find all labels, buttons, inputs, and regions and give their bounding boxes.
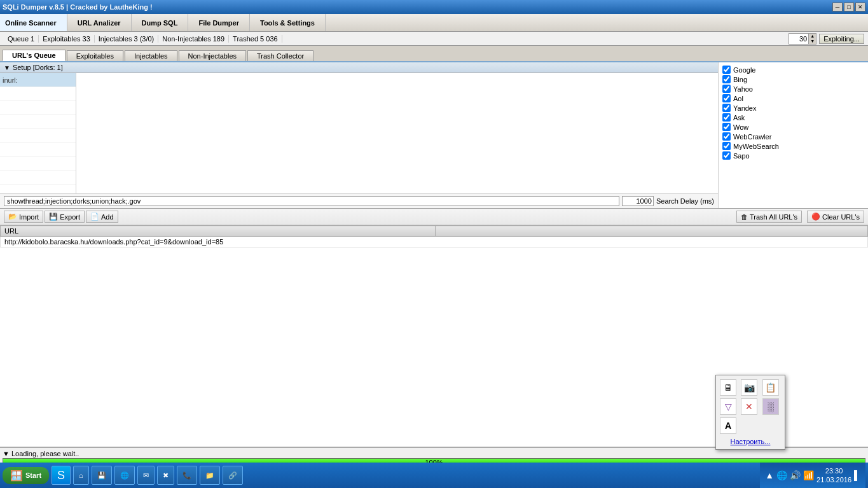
phone-icon: 📞: [183, 471, 191, 480]
tray-icon-a[interactable]: A: [720, 417, 736, 434]
non-injectables-count: Non-Injectables 189: [158, 35, 229, 43]
toolbar-row: 📂 Import 💾 Export 📄 Add 🗑 Trash All URL'…: [0, 209, 868, 225]
import-button[interactable]: 📂 Import: [4, 211, 43, 223]
dork-row[interactable]: [0, 115, 76, 129]
tray-show-desktop-icon[interactable]: ▌: [854, 470, 860, 480]
system-tray: ▲ 🌐 🔊 📶 23:30 21.03.2016 ▌: [760, 463, 865, 488]
engine-checkbox-mywebsearch[interactable]: [722, 142, 731, 150]
exploiting-button[interactable]: Exploiting...: [819, 34, 864, 44]
engine-checkbox-aol[interactable]: [722, 94, 731, 102]
left-panel: ▼ Setup [Dorks: 1] inurl:: [0, 62, 719, 208]
tray-clock[interactable]: 23:30 21.03.2016: [816, 466, 851, 485]
tray-icon-edit[interactable]: ░: [762, 398, 779, 415]
add-icon: 📄: [90, 213, 99, 221]
taskbar-app-x[interactable]: ✖: [157, 466, 174, 485]
tray-hide-icon[interactable]: ▲: [765, 470, 774, 480]
trash-clear-row: 🗑 Trash All URL's 🔴 Clear URL's: [736, 211, 864, 223]
taskbar-app-folder[interactable]: 📁: [200, 466, 220, 485]
taskbar: 🪟 Start S ⌂ 💾 🌐 ✉ ✖ 📞 📁 🔗 ▲ 🌐 🔊 📶 23:30 …: [0, 463, 868, 488]
tab-injectables[interactable]: Injectables: [125, 50, 177, 61]
url-column-header: URL: [1, 226, 436, 237]
tray-lang-icon[interactable]: 🌐: [776, 470, 787, 480]
injectables-count: Injectables 3 (3/0): [95, 35, 158, 43]
minimize-button[interactable]: ─: [832, 3, 843, 11]
maximize-button[interactable]: □: [844, 3, 854, 11]
table-row[interactable]: http://kidobolo.baracska.hu/downloads.ph…: [1, 237, 868, 247]
menu-dump-sql[interactable]: Dump SQL: [132, 14, 189, 31]
url-cell: http://kidobolo.baracska.hu/downloads.ph…: [1, 237, 868, 247]
export-icon: 💾: [49, 213, 58, 221]
engine-checkbox-sapo[interactable]: [722, 151, 731, 160]
tray-icon-camera[interactable]: 📷: [741, 379, 757, 396]
engine-row-aol: Aol: [722, 94, 864, 103]
dork-row[interactable]: [0, 143, 76, 157]
engine-checkbox-ask[interactable]: [722, 113, 731, 122]
taskbar-app-mail[interactable]: ✉: [137, 466, 155, 485]
tray-icon-arrow[interactable]: ▽: [720, 398, 736, 415]
tray-volume-icon[interactable]: 🔊: [790, 470, 801, 480]
dork-row[interactable]: [0, 157, 76, 171]
engine-row-google: Google: [722, 65, 864, 74]
trash-all-button[interactable]: 🗑 Trash All URL's: [736, 211, 802, 223]
tab-non-injectables[interactable]: Non-Injectables: [179, 50, 246, 61]
dork-textarea[interactable]: [76, 73, 718, 193]
add-button[interactable]: 📄 Add: [86, 211, 118, 223]
engine-row-yahoo: Yahoo: [722, 84, 864, 94]
taskbar-app-skype[interactable]: S: [52, 466, 71, 485]
tray-icon-clipboard[interactable]: 📋: [762, 379, 779, 396]
engine-checkbox-webcrawler[interactable]: [722, 132, 731, 141]
taskbar-app-file-manager[interactable]: 💾: [92, 466, 112, 485]
tray-icon-monitor[interactable]: 🖥: [720, 379, 736, 396]
exploitables-count: Exploitables 33: [39, 35, 95, 43]
tray-popup: 🖥 📷 📋 ▽ ✕ ░ A Настроить...: [715, 375, 785, 450]
tray-icon-close[interactable]: ✕: [741, 398, 757, 415]
tab-exploitables[interactable]: Exploitables: [67, 50, 123, 61]
taskbar-app-browser[interactable]: 🌐: [114, 466, 135, 485]
dork-row[interactable]: [0, 171, 76, 185]
close-button[interactable]: ✕: [855, 3, 865, 11]
engine-checkbox-wow[interactable]: [722, 123, 731, 131]
spinner-down[interactable]: ▼: [808, 39, 816, 44]
engine-row-webcrawler: WebCrawler: [722, 132, 864, 141]
collapse-btn-2[interactable]: ▼: [3, 450, 10, 457]
dorks-container: inurl:: [0, 73, 718, 193]
menu-tools-settings[interactable]: Tools & Settings: [250, 14, 326, 31]
engine-checkbox-google[interactable]: [722, 66, 731, 74]
dork-row[interactable]: inurl:: [0, 73, 76, 87]
taskbar-app-home[interactable]: ⌂: [73, 466, 89, 485]
dork-filter-input[interactable]: [4, 196, 619, 206]
menu-online-scanner[interactable]: Online Scanner: [0, 14, 67, 31]
clear-icon: 🔴: [811, 213, 820, 221]
tab-trash-collector[interactable]: Trash Collector: [247, 50, 313, 61]
dork-row[interactable]: [0, 87, 76, 101]
engine-row-yandex: Yandex: [722, 103, 864, 113]
window-controls[interactable]: ─ □ ✕: [832, 3, 865, 11]
counter-input[interactable]: [789, 35, 808, 43]
tab-urls-queue[interactable]: URL's Queue: [3, 50, 65, 61]
clear-urls-button[interactable]: 🔴 Clear URL's: [807, 211, 864, 223]
engine-checkbox-yandex[interactable]: [722, 104, 731, 112]
collapse-button[interactable]: ▼: [4, 64, 10, 71]
network-icon: 🔗: [228, 471, 237, 480]
taskbar-app-phone[interactable]: 📞: [177, 466, 197, 485]
dork-row[interactable]: [0, 101, 76, 115]
tray-date-display: 21.03.2016: [816, 475, 851, 484]
menu-url-analizer[interactable]: URL Analizer: [67, 14, 132, 31]
counter-spinner[interactable]: ▲ ▼: [789, 33, 816, 45]
taskbar-app-network[interactable]: 🔗: [223, 466, 243, 485]
spinner-up[interactable]: ▲: [808, 34, 816, 39]
tray-customize-link[interactable]: Настроить...: [720, 438, 781, 445]
engine-row-wow: Wow: [722, 122, 864, 132]
export-button[interactable]: 💾 Export: [45, 211, 85, 223]
queue-count: Queue 1: [4, 35, 39, 43]
start-orb-icon: 🪟: [10, 470, 23, 482]
start-button[interactable]: 🪟 Start: [3, 467, 49, 484]
engine-checkbox-bing[interactable]: [722, 75, 731, 83]
search-delay-input[interactable]: [622, 196, 654, 206]
menu-file-dumper[interactable]: File Dumper: [188, 14, 250, 31]
tray-network-icon[interactable]: 📶: [803, 470, 814, 480]
engine-checkbox-yahoo[interactable]: [722, 85, 731, 93]
dork-row[interactable]: [0, 129, 76, 143]
dork-filter-row: Search Delay (ms): [0, 193, 718, 208]
menu-bar: Online Scanner URL Analizer Dump SQL Fil…: [0, 14, 868, 32]
